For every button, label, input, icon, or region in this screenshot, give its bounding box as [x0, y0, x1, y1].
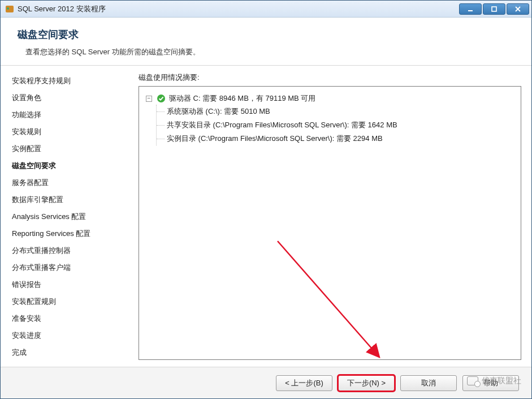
- svg-rect-0: [6, 6, 14, 12]
- svg-rect-2: [468, 10, 473, 11]
- sidebar-step[interactable]: Analysis Services 配置: [12, 208, 131, 225]
- main-panel: 磁盘使用情况摘要: − 驱动器 C: 需要 8946 MB，有 79119 MB…: [131, 66, 531, 367]
- help-button[interactable]: 帮助: [462, 375, 519, 391]
- maximize-button[interactable]: [483, 3, 505, 15]
- page-header: 磁盘空间要求 查看您选择的 SQL Server 功能所需的磁盘空间摘要。: [1, 18, 531, 66]
- sidebar-step[interactable]: 分布式重播客户端: [12, 259, 131, 276]
- sidebar-step[interactable]: 错误报告: [12, 276, 131, 293]
- disk-summary-label: 磁盘使用情况摘要:: [139, 72, 521, 83]
- window-title: SQL Server 2012 安装程序: [18, 4, 455, 14]
- tree-root-row[interactable]: − 驱动器 C: 需要 8946 MB，有 79119 MB 可用: [146, 92, 514, 105]
- ok-check-icon: [157, 94, 166, 103]
- tree-child-row[interactable]: 系统驱动器 (C:\): 需要 5010 MB: [167, 105, 514, 118]
- sidebar-step[interactable]: 数据库引擎配置: [12, 191, 131, 208]
- cancel-button[interactable]: 取消: [400, 375, 457, 391]
- tree-child-row[interactable]: 实例目录 (C:\Program Files\Microsoft SQL Ser…: [167, 132, 514, 145]
- svg-rect-3: [492, 7, 496, 11]
- body: 安装程序支持规则设置角色功能选择安装规则实例配置磁盘空间要求服务器配置数据库引擎…: [1, 66, 531, 367]
- close-button[interactable]: [507, 3, 529, 15]
- page-subtitle: 查看您选择的 SQL Server 功能所需的磁盘空间摘要。: [25, 47, 514, 57]
- app-icon: [5, 5, 14, 14]
- drive-summary-text: 驱动器 C: 需要 8946 MB，有 79119 MB 可用: [169, 93, 315, 104]
- installer-window: SQL Server 2012 安装程序 磁盘空间要求 查看您选择的 SQL S…: [0, 0, 532, 399]
- sidebar-step[interactable]: 安装配置规则: [12, 293, 131, 310]
- sidebar-step[interactable]: 服务器配置: [12, 174, 131, 191]
- window-controls: [458, 3, 529, 15]
- titlebar: SQL Server 2012 安装程序: [1, 1, 531, 18]
- sidebar-step[interactable]: 磁盘空间要求: [12, 157, 131, 174]
- sidebar-step[interactable]: 安装程序支持规则: [12, 72, 131, 89]
- svg-point-1: [7, 7, 9, 10]
- sidebar-step[interactable]: 安装规则: [12, 123, 131, 140]
- minimize-button[interactable]: [459, 3, 482, 15]
- sidebar-step[interactable]: 准备安装: [12, 310, 131, 327]
- disk-usage-tree[interactable]: − 驱动器 C: 需要 8946 MB，有 79119 MB 可用 系统驱动器 …: [139, 86, 521, 360]
- next-button[interactable]: 下一步(N) >: [338, 375, 395, 391]
- sidebar-step[interactable]: 分布式重播控制器: [12, 242, 131, 259]
- back-button[interactable]: < 上一步(B): [276, 375, 332, 391]
- sidebar-step[interactable]: 设置角色: [12, 89, 131, 106]
- tree-children: 系统驱动器 (C:\): 需要 5010 MB共享安装目录 (C:\Progra…: [156, 105, 514, 145]
- sidebar-step[interactable]: Reporting Services 配置: [12, 225, 131, 242]
- tree-child-row[interactable]: 共享安装目录 (C:\Program Files\Microsoft SQL S…: [167, 118, 514, 132]
- steps-sidebar: 安装程序支持规则设置角色功能选择安装规则实例配置磁盘空间要求服务器配置数据库引擎…: [1, 66, 131, 367]
- sidebar-step[interactable]: 完成: [12, 344, 131, 361]
- collapse-icon[interactable]: −: [146, 96, 152, 102]
- sidebar-step[interactable]: 功能选择: [12, 106, 131, 123]
- sidebar-step[interactable]: 实例配置: [12, 140, 131, 157]
- sidebar-step[interactable]: 安装进度: [12, 327, 131, 344]
- wizard-footer: < 上一步(B) 下一步(N) > 取消 帮助: [1, 367, 531, 398]
- page-title: 磁盘空间要求: [18, 28, 514, 41]
